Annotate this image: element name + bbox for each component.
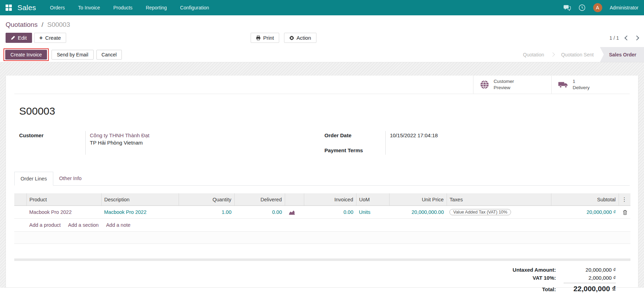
cell-description[interactable]: Macbook Pro 2022 <box>101 206 179 219</box>
menu-to-invoice[interactable]: To Invoice <box>78 5 100 10</box>
edit-button[interactable]: Edit <box>6 33 32 43</box>
cancel-button[interactable]: Cancel <box>96 50 122 60</box>
total-value: 22,000,000 ₫ <box>564 283 616 293</box>
cell-invoiced: 0.00 <box>304 206 356 219</box>
activities-clock-icon[interactable] <box>579 4 586 11</box>
breadcrumb: Quotations / S00003 <box>0 15 644 30</box>
column-subtotal[interactable]: Subtotal <box>551 193 619 206</box>
menu-reporting[interactable]: Reporting <box>146 5 167 10</box>
vat-value: 2,000,000 ₫ <box>564 275 616 281</box>
pager-value: 1 / 1 <box>610 35 619 41</box>
stage-sales-order[interactable]: Sales Order <box>600 47 644 62</box>
delete-cell <box>619 206 630 219</box>
column-quantity[interactable]: Quantity <box>179 193 234 206</box>
add-a-section-link[interactable]: Add a section <box>68 222 99 228</box>
breadcrumb-quotations[interactable]: Quotations <box>6 21 38 28</box>
customer-link[interactable]: Công ty THNH Thành Đạt <box>90 132 324 138</box>
stage-separator-icon <box>550 52 555 57</box>
cell-product[interactable]: Macbook Pro 2022 <box>26 206 101 219</box>
control-panel: Edit + Create Print Action 1 / 1 <box>0 30 644 47</box>
customer-preview-line2: Preview <box>494 85 510 90</box>
vat-label: VAT 10%: <box>477 275 564 281</box>
gear-icon <box>289 36 294 40</box>
table-header-row: Product Description Quantity Delivered I… <box>14 193 630 206</box>
forecast-cell <box>285 206 304 219</box>
apps-menu-icon[interactable] <box>6 5 12 11</box>
breadcrumb-separator: / <box>41 21 43 28</box>
forecast-chart-icon[interactable] <box>289 210 295 215</box>
cell-delivered: 0.00 <box>234 206 285 219</box>
create-button-label: Create <box>45 35 61 41</box>
tax-tag[interactable]: Value Added Tax (VAT) 10% <box>449 209 511 215</box>
create-invoice-button[interactable]: Create Invoice <box>5 50 47 60</box>
pager-previous-icon[interactable] <box>625 35 629 40</box>
handle-column-header <box>14 193 26 206</box>
cell-subtotal: 20,000,000 ₫ <box>551 206 619 219</box>
optional-columns-icon[interactable]: ⋮ <box>619 193 630 206</box>
messages-icon[interactable] <box>563 5 571 11</box>
print-button-label: Print <box>263 35 274 41</box>
payment-terms-label: Payment Terms <box>324 146 385 155</box>
delivery-count: 1 <box>573 79 575 84</box>
customer-preview-button[interactable]: Customer Preview <box>473 76 551 94</box>
tab-other-info[interactable]: Other Info <box>53 172 87 186</box>
totals-separator <box>14 258 630 261</box>
main-menu: Orders To Invoice Products Reporting Con… <box>50 5 209 10</box>
untaxed-amount-value: 20,000,000 ₫ <box>564 267 616 273</box>
send-by-email-button[interactable]: Send by Email <box>52 50 93 60</box>
order-lines-table: Product Description Quantity Delivered I… <box>14 193 630 244</box>
menu-products[interactable]: Products <box>113 5 132 10</box>
add-a-product-link[interactable]: Add a product <box>29 222 61 228</box>
add-a-note-link[interactable]: Add a note <box>106 222 131 228</box>
customer-address: TP Hải Phòng Vietnam <box>90 140 324 146</box>
empty-row <box>14 232 630 244</box>
breadcrumb-current: S00003 <box>47 21 70 28</box>
cell-taxes: Value Added Tax (VAT) 10% <box>447 206 551 219</box>
customer-preview-line1: Customer <box>494 79 514 84</box>
column-uom[interactable]: UoM <box>356 193 389 206</box>
column-invoiced[interactable]: Invoiced <box>304 193 356 206</box>
menu-orders[interactable]: Orders <box>50 5 65 10</box>
stage-pipeline: Quotation Quotation Sent Sales Order <box>517 47 644 62</box>
pager-next-icon[interactable] <box>634 35 639 40</box>
order-line-row[interactable]: Macbook Pro 2022 Macbook Pro 2022 1.00 0… <box>14 206 630 219</box>
column-unit-price[interactable]: Unit Price <box>389 193 447 206</box>
add-line-row: Add a product Add a section Add a note <box>14 219 630 232</box>
print-button[interactable]: Print <box>251 33 279 43</box>
column-delivered[interactable]: Delivered <box>234 193 285 206</box>
cell-quantity: 1.00 <box>179 206 234 219</box>
untaxed-amount-label: Untaxed Amount: <box>477 267 564 273</box>
edit-button-label: Edit <box>18 35 27 41</box>
tab-order-lines[interactable]: Order Lines <box>14 172 53 186</box>
action-button-label: Action <box>297 35 311 41</box>
truck-icon <box>558 80 568 89</box>
column-product[interactable]: Product <box>26 193 101 206</box>
record-title: S00003 <box>19 105 630 117</box>
user-name[interactable]: Administrator <box>610 5 638 10</box>
trash-icon[interactable] <box>623 210 627 215</box>
row-handle <box>14 206 26 219</box>
action-button[interactable]: Action <box>284 33 316 43</box>
top-navbar: Sales Orders To Invoice Products Reporti… <box>0 0 644 15</box>
user-avatar[interactable]: A <box>593 3 602 12</box>
stage-quotation-sent[interactable]: Quotation Sent <box>555 47 600 62</box>
notebook-tabs: Order Lines Other Info <box>14 171 630 186</box>
delivery-label: Delivery <box>573 85 590 90</box>
order-date-label: Order Date <box>324 131 385 140</box>
customer-field-label: Customer <box>19 131 85 155</box>
order-date-value: 10/15/2022 17:04:18 <box>390 132 480 138</box>
column-description[interactable]: Description <box>101 193 179 206</box>
form-background: Customer Preview 1 Delivery S00003 Custo… <box>0 62 644 288</box>
menu-configuration[interactable]: Configuration <box>180 5 209 10</box>
stage-quotation[interactable]: Quotation <box>517 47 550 62</box>
printer-icon <box>256 36 261 40</box>
cell-unit-price: 20,000,000.00 <box>389 206 447 219</box>
app-name[interactable]: Sales <box>17 3 36 12</box>
delivery-button[interactable]: 1 Delivery <box>551 76 630 94</box>
totals-block: Untaxed Amount: 20,000,000 ₫ VAT 10%: 2,… <box>477 266 616 294</box>
field-groups: Customer Công ty THNH Thành Đạt TP Hải P… <box>19 131 630 155</box>
create-button[interactable]: + Create <box>34 33 66 43</box>
globe-icon <box>480 80 489 90</box>
column-taxes[interactable]: Taxes <box>447 193 551 206</box>
tutorial-highlight-box: Create Invoice <box>3 48 49 61</box>
